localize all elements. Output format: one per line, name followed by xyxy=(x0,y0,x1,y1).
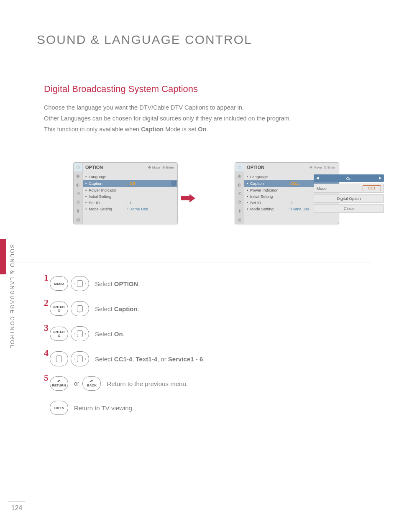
button-label: ENTER xyxy=(53,330,64,334)
button-label: MENU xyxy=(54,282,64,286)
side-section-label: SOUND & LANGUAGE CONTROL xyxy=(9,244,15,349)
tab-icon: ◉ xyxy=(235,171,244,180)
osd-sidebar-icons: ▭ ◉ ◐ ⟲ ◔ ▮ ▤ xyxy=(235,163,244,224)
steps-list: 1 MENU ‹› Select OPTION. 2 ENTER⊙ ˆˇ Sel… xyxy=(44,276,205,425)
txt: Select xyxy=(95,356,114,363)
option-row-initial-setting: •Initial Setting xyxy=(85,193,175,200)
osd-header: OPTION ✥ Move ⊙ Enter xyxy=(83,163,177,172)
popup-mode-row: Mode CC1 xyxy=(314,184,384,193)
row-label: Caption xyxy=(250,181,289,186)
horizontal-divider xyxy=(12,263,373,263)
row-label: Caption xyxy=(89,181,127,186)
option-row-caption-highlighted: •Caption: Off ↕ xyxy=(83,180,177,187)
dpad-leftright-icon: ‹› xyxy=(71,326,89,341)
txt: , xyxy=(132,356,136,363)
step-number: 2 xyxy=(44,297,50,308)
hint-move: Move xyxy=(152,166,161,169)
option-row-language: •Language xyxy=(85,174,175,180)
popup-mode-value: CC1 xyxy=(363,185,381,191)
caption-popup: ◀ On ▶ Mode CC1 Digital Option Close xyxy=(314,174,384,214)
updown-arrow-icon: ↕ xyxy=(171,181,176,186)
row-label: Mode Setting xyxy=(250,207,289,211)
txt: Select xyxy=(95,330,114,338)
hint-enter: Enter xyxy=(166,166,174,169)
popup-close-button: Close xyxy=(314,204,384,213)
txt: . xyxy=(203,356,205,363)
intro-bold-on: On xyxy=(198,126,206,133)
step-exit: EXIT⎋ Return to TV viewing. xyxy=(44,401,205,415)
tab-icon: ◔ xyxy=(235,197,244,206)
intro-line-2: Other Languages can be chosen for digita… xyxy=(44,113,291,124)
step-5: 5 ↶RETURN or ↶BACK Return to the previou… xyxy=(44,376,205,391)
dpad-updown-icon: ˆˇ xyxy=(71,301,89,316)
row-label: Mode Setting xyxy=(89,207,127,211)
step-number: 3 xyxy=(44,322,50,333)
tab-icon: ◐ xyxy=(235,180,244,189)
remote-return-button: ↶RETURN xyxy=(50,376,68,391)
intro-text: . xyxy=(206,126,208,133)
svg-marker-0 xyxy=(181,194,195,202)
option-row-mode-setting: •Mode Setting: Home Use xyxy=(85,206,175,212)
row-value: : Off xyxy=(127,181,136,186)
row-label: Set ID xyxy=(89,200,127,205)
intro-line-1: Choose the language you want the DTV/Cab… xyxy=(44,102,291,113)
or-text: or xyxy=(74,380,79,387)
txt: Select xyxy=(95,305,114,312)
transition-arrow-icon xyxy=(178,194,199,202)
hint-enter: Enter xyxy=(327,166,335,169)
intro-bold-caption: Caption xyxy=(141,126,164,133)
tab-icon: ◔ xyxy=(74,197,82,206)
tab-icon: ▭ xyxy=(74,163,82,171)
remote-back-button: ↶BACK xyxy=(82,376,101,391)
osd-body: •Language •Caption: Off ↕ •Power Indicat… xyxy=(83,172,177,224)
row-label: Language xyxy=(250,174,289,179)
osd-hints: ✥ Move ⊙ Enter xyxy=(309,166,335,169)
row-value: : Home Use xyxy=(289,207,309,211)
step-text: Select CC1-4, Text1-4, or Service1 - 6. xyxy=(95,356,205,363)
tab-icon: ⟲ xyxy=(74,189,82,198)
txt: . xyxy=(138,305,139,312)
osd-title: OPTION xyxy=(85,165,103,170)
dpad-down-icon: ˇ xyxy=(50,351,68,366)
txt-bold: On xyxy=(114,330,123,338)
intro-text: Mode is set xyxy=(164,126,198,133)
txt-bold: Text1-4 xyxy=(136,356,157,363)
section-title: Digital Broadcasting System Captions xyxy=(44,84,198,95)
osd-header: OPTION ✥ Move ⊙ Enter xyxy=(244,163,339,172)
step-text: Select Caption. xyxy=(95,305,139,312)
row-label: Initial Setting xyxy=(89,194,127,199)
step-3: 3 ENTER⊙ ‹› Select On. xyxy=(44,326,205,341)
tab-icon: ▭ xyxy=(235,163,244,171)
row-label: Initial Setting xyxy=(250,194,289,199)
button-label: RETURN xyxy=(52,384,66,387)
page-title: SOUND & LANGUAGE CONTROL xyxy=(37,33,252,47)
intro-text: This function in only available when xyxy=(44,126,141,133)
step-text: Select On. xyxy=(95,330,125,338)
popup-on-label: On xyxy=(346,176,352,181)
button-label: BACK xyxy=(87,384,97,387)
option-row-set-id: •Set ID: 1 xyxy=(85,200,175,206)
txt-bold: OPTION xyxy=(114,280,138,287)
triangle-right-icon: ▶ xyxy=(379,176,381,180)
osd-title: OPTION xyxy=(247,165,264,170)
step-4: 4 ˇ ‹› Select CC1-4, Text1-4, or Service… xyxy=(44,351,205,366)
tab-icon: ▤ xyxy=(235,215,244,224)
remote-menu-button: MENU xyxy=(50,276,68,291)
tab-icon: ⟲ xyxy=(235,189,244,198)
side-tab-accent xyxy=(0,239,6,274)
txt: . xyxy=(123,330,125,338)
popup-on-selector: ◀ On ▶ xyxy=(314,174,384,182)
row-value: : 1 xyxy=(289,200,293,205)
triangle-left-icon: ◀ xyxy=(316,176,319,180)
hint-move: Move xyxy=(314,166,322,169)
intro-paragraph: Choose the language you want the DTV/Cab… xyxy=(44,102,291,135)
remote-exit-button: EXIT⎋ xyxy=(50,401,68,415)
row-value: : Home Use xyxy=(127,207,148,211)
popup-mode-label: Mode xyxy=(317,186,363,191)
row-value: : 1 xyxy=(127,200,132,205)
tab-icon: ◐ xyxy=(74,180,82,189)
row-label: Language xyxy=(89,174,127,179)
dpad-leftright-icon: ‹› xyxy=(71,351,89,366)
popup-digital-option-button: Digital Option xyxy=(314,194,384,203)
row-label: Power Indicator xyxy=(250,188,289,192)
